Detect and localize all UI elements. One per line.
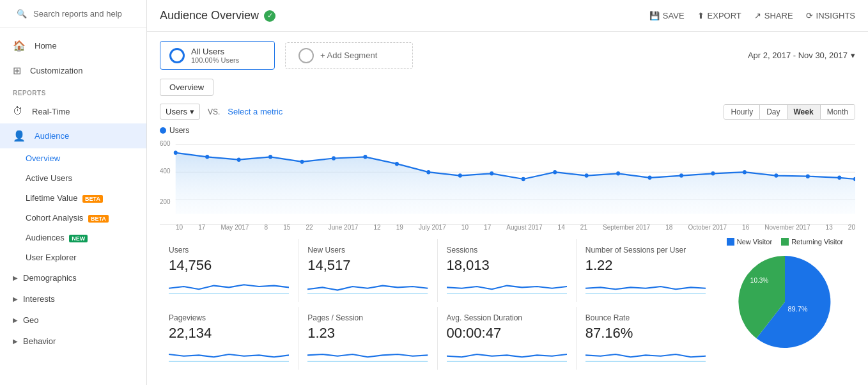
home-icon: 🏠 xyxy=(13,40,26,52)
svg-text:200: 200 xyxy=(160,198,171,205)
segment-info: All Users 100.00% Users xyxy=(191,47,239,64)
segment-bar: All Users 100.00% Users + Add Segment Ap… xyxy=(160,32,855,79)
sidebar-sub-cohort[interactable]: Cohort Analysis BETA xyxy=(0,208,146,228)
export-button[interactable]: ⬆ EXPORT xyxy=(697,11,741,20)
add-segment-button[interactable]: + Add Segment xyxy=(285,42,413,69)
bottom-stats-section: Users 14,756 New Users 14,517 xyxy=(160,232,855,370)
sidebar-sub-user-explorer-label: User Explorer xyxy=(26,253,76,262)
sidebar-expand-demographics[interactable]: ▶ Demographics xyxy=(0,267,146,288)
sidebar-sub-audiences-label: Audiences xyxy=(26,233,65,242)
time-btn-day[interactable]: Day xyxy=(760,105,787,119)
reports-section-label: REPORTS xyxy=(0,83,146,99)
stat-pages-session-label: Pages / Session xyxy=(307,313,428,322)
date-range-label: Apr 2, 2017 - Nov 30, 2017 xyxy=(748,51,848,60)
segment-sub: 100.00% Users xyxy=(191,56,239,64)
stat-pageviews-label: Pageviews xyxy=(169,313,289,322)
sidebar-expand-behavior-label: Behavior xyxy=(23,336,56,346)
pie-legend-returning-visitor: Returning Visitor xyxy=(781,238,843,246)
sidebar-sub-active-users-label: Active Users xyxy=(26,173,72,183)
sidebar-item-customization[interactable]: ⊞ Customization xyxy=(0,58,146,83)
sidebar-item-home[interactable]: 🏠 Home xyxy=(0,33,146,58)
sidebar-item-realtime[interactable]: ⏱ Real-Time xyxy=(0,99,146,123)
svg-point-13 xyxy=(363,155,367,159)
stat-sessions-value: 18,013 xyxy=(447,257,567,274)
stat-sessions-sparkline xyxy=(447,278,567,295)
sidebar-sub-active-users[interactable]: Active Users xyxy=(0,168,146,188)
svg-point-20 xyxy=(585,173,589,178)
svg-point-25 xyxy=(743,170,747,175)
overview-tab[interactable]: Overview xyxy=(160,79,213,96)
stat-users-sparkline xyxy=(169,278,289,295)
svg-point-17 xyxy=(490,171,493,176)
all-users-segment[interactable]: All Users 100.00% Users xyxy=(160,41,275,70)
metric-selector[interactable]: Users ▾ xyxy=(160,104,200,120)
chart-area: Users 600 400 200 xyxy=(160,126,855,225)
svg-point-26 xyxy=(774,173,778,178)
sidebar-sub-lifetime-value[interactable]: Lifetime Value BETA xyxy=(0,188,146,208)
chart-legend-dot xyxy=(160,127,166,134)
save-icon: 💾 xyxy=(649,11,660,20)
sidebar-expand-interests[interactable]: ▶ Interests xyxy=(0,288,146,310)
share-label: SHARE xyxy=(764,11,793,20)
pie-legend-new-visitor: New Visitor xyxy=(727,238,772,246)
customization-icon: ⊞ xyxy=(13,65,21,77)
time-btn-hourly[interactable]: Hourly xyxy=(724,105,760,119)
sidebar-item-realtime-label: Real-Time xyxy=(32,107,70,116)
svg-point-22 xyxy=(648,176,652,180)
page-title-text: Audience Overview xyxy=(160,9,259,22)
sidebar-sub-overview[interactable]: Overview xyxy=(0,148,146,168)
stat-pageviews-sparkline xyxy=(169,345,289,363)
beta-badge-cohort: BETA xyxy=(88,215,109,223)
vs-label: VS. xyxy=(208,107,220,116)
time-btn-month[interactable]: Month xyxy=(821,105,855,119)
returning-visitor-pct-label: 10.3% xyxy=(750,277,768,284)
insights-button[interactable]: ⟳ INSIGHTS xyxy=(806,11,855,20)
share-button[interactable]: ↗ SHARE xyxy=(754,11,793,20)
svg-point-14 xyxy=(395,162,399,166)
sidebar-item-customization-label: Customization xyxy=(30,66,82,75)
chart-x-labels: 1017May 201781522 June 20171219July 2017… xyxy=(160,224,855,231)
behavior-arrow-icon: ▶ xyxy=(13,338,18,345)
overview-tab-label: Overview xyxy=(169,82,204,92)
stats-area: Users 14,756 New Users 14,517 xyxy=(160,232,715,370)
sidebar-item-audience-label: Audience xyxy=(35,131,69,141)
stat-avg-session-sparkline xyxy=(447,345,567,363)
time-btn-week[interactable]: Week xyxy=(787,105,821,119)
verified-badge: ✓ xyxy=(264,10,275,22)
svg-text:400: 400 xyxy=(160,168,171,175)
export-icon: ⬆ xyxy=(697,11,704,20)
sidebar-expand-demographics-label: Demographics xyxy=(23,273,77,283)
segment-circle-icon xyxy=(169,48,185,63)
pie-legend: New Visitor Returning Visitor xyxy=(727,238,844,246)
sidebar-item-audience[interactable]: 👤 Audience xyxy=(0,123,146,148)
realtime-icon: ⏱ xyxy=(13,106,23,117)
sidebar-expand-geo[interactable]: ▶ Geo xyxy=(0,310,146,331)
stat-sessions-per-user-label: Number of Sessions per User xyxy=(585,246,706,255)
stat-sessions-per-user-value: 1.22 xyxy=(585,257,706,274)
svg-point-27 xyxy=(806,174,810,178)
add-segment-circle-icon xyxy=(298,48,314,63)
sidebar-sub-user-explorer[interactable]: User Explorer xyxy=(0,248,146,267)
save-button[interactable]: 💾 SAVE xyxy=(649,11,685,20)
date-range-picker[interactable]: Apr 2, 2017 - Nov 30, 2017 ▾ xyxy=(748,51,855,60)
returning-visitor-legend-label: Returning Visitor xyxy=(791,238,843,246)
stat-new-users-label: New Users xyxy=(307,246,428,255)
svg-point-18 xyxy=(522,177,525,182)
sidebar-sub-cohort-label: Cohort Analysis xyxy=(26,213,83,223)
sidebar-sub-audiences[interactable]: Audiences NEW xyxy=(0,228,146,248)
returning-visitor-legend-box xyxy=(781,238,789,246)
select-metric-link[interactable]: Select a metric xyxy=(228,107,283,116)
stat-sessions-per-user-sparkline xyxy=(585,278,706,295)
svg-marker-6 xyxy=(176,153,855,214)
svg-point-9 xyxy=(237,157,241,162)
chart-legend-label: Users xyxy=(169,126,189,135)
sidebar-expand-behavior[interactable]: ▶ Behavior xyxy=(0,331,146,352)
svg-point-24 xyxy=(711,171,715,176)
sidebar-item-home-label: Home xyxy=(35,41,57,51)
pie-chart: 89.7% 10.3% xyxy=(734,251,836,353)
search-bar[interactable]: 🔍 Search reports and help xyxy=(0,0,146,28)
stat-pageviews: Pageviews 22,134 xyxy=(160,307,298,370)
stat-avg-session: Avg. Session Duration 00:00:47 xyxy=(438,307,577,370)
svg-point-11 xyxy=(300,160,304,164)
content-area: All Users 100.00% Users + Add Segment Ap… xyxy=(147,32,868,385)
